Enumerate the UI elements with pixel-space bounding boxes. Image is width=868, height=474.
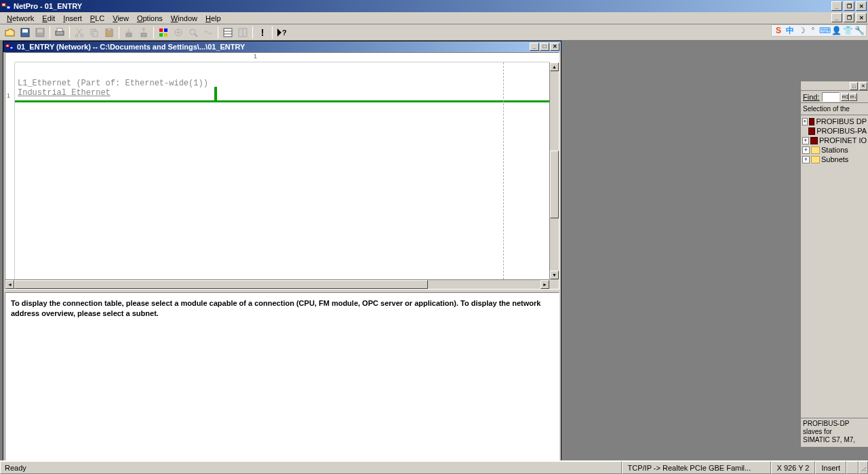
scroll-up-button[interactable]: ▲: [550, 62, 559, 71]
toolbar-separator: [272, 26, 273, 39]
wrench-icon[interactable]: 🔧: [854, 26, 864, 35]
tree-item-profibus-dp[interactable]: +PROFIBUS DP: [802, 117, 867, 126]
mdi-minimize-button[interactable]: _: [831, 13, 842, 22]
app-icon: [1, 1, 11, 11]
page-boundary: [503, 62, 504, 279]
tree-label: Stations: [821, 146, 848, 154]
expand-icon[interactable]: +: [802, 146, 810, 154]
tree-label: PROFIBUS DP: [816, 117, 867, 125]
expand-icon[interactable]: +: [802, 118, 808, 125]
expand-icon[interactable]: +: [802, 156, 810, 163]
tree-item-profinet-io[interactable]: +PROFINET IO: [802, 136, 867, 145]
half-moon-icon[interactable]: ☽: [797, 26, 806, 35]
menu-bar: Network Edit Insert PLC View Options Win…: [0, 12, 868, 24]
menu-view[interactable]: View: [108, 13, 133, 24]
child-close-button[interactable]: ✕: [550, 43, 559, 51]
keyboard-icon[interactable]: ⌨: [820, 26, 829, 35]
skin-icon[interactable]: 👕: [843, 26, 852, 35]
svg-rect-7: [56, 31, 64, 35]
svg-rect-1: [7, 6, 10, 9]
svg-rect-14: [108, 28, 111, 31]
child-maximize-button[interactable]: □: [540, 43, 549, 51]
scroll-thumb-v[interactable]: [550, 151, 559, 218]
scroll-left-button[interactable]: ◄: [5, 280, 14, 289]
scroll-thumb-h[interactable]: [14, 280, 428, 289]
tree-label: Subnets: [821, 155, 848, 163]
find-prev-button[interactable]: m‡: [841, 93, 849, 101]
toggle-catalog-button[interactable]: [220, 26, 235, 39]
ruler-mark: 1: [254, 53, 257, 60]
network-icon: [810, 137, 818, 144]
mdi-restore-button[interactable]: ❐: [844, 13, 854, 22]
ethernet-node-marker[interactable]: [214, 87, 217, 100]
child-titlebar[interactable]: 01_ENTRY (Network) -- C:\Documents and S…: [3, 41, 561, 52]
ime-zh-icon[interactable]: 中: [785, 26, 795, 35]
open-button[interactable]: [3, 26, 18, 39]
catalog-close-button[interactable]: ✕: [859, 82, 867, 90]
app-title: NetPro - 01_ENTRY: [14, 2, 830, 10]
tree-item-profibus-pa[interactable]: PROFIBUS-PA: [802, 126, 867, 136]
network-sublabel[interactable]: Industrial Ethernet: [18, 88, 111, 98]
svg-rect-12: [93, 31, 98, 37]
catalog-tree: +PROFIBUS DP PROFIBUS-PA +PROFINET IO +S…: [801, 115, 868, 165]
svg-rect-4: [22, 29, 28, 33]
minimize-button[interactable]: _: [831, 1, 842, 11]
punct-icon[interactable]: °: [808, 26, 818, 35]
maximize-button[interactable]: ❐: [844, 1, 854, 11]
vertical-scrollbar[interactable]: ▲ ▼: [549, 62, 559, 279]
svg-point-22: [190, 29, 195, 35]
check-button[interactable]: !: [255, 26, 270, 39]
svg-rect-16: [141, 33, 146, 37]
expand-icon[interactable]: +: [802, 137, 809, 144]
paste-button: [102, 26, 117, 39]
ime-s-icon[interactable]: S: [774, 26, 783, 35]
close-button[interactable]: ✕: [856, 1, 867, 11]
svg-rect-30: [6, 45, 9, 47]
status-ready: Ready: [0, 461, 622, 474]
scroll-corner: [549, 279, 559, 289]
network-label: L1_Ethernet (Part of: Ethernet-wide(1)): [18, 79, 208, 88]
svg-rect-18: [164, 28, 167, 32]
catalog-pin-button[interactable]: □: [850, 82, 858, 90]
tree-item-subnets[interactable]: +Subnets: [802, 155, 867, 164]
child-title: 01_ENTRY (Network) -- C:\Documents and S…: [17, 43, 529, 51]
menu-window[interactable]: Window: [167, 13, 201, 24]
diagram-canvas[interactable]: L1_Ethernet (Part of: Ethernet-wide(1)) …: [15, 62, 549, 279]
context-help-button[interactable]: ?: [275, 26, 290, 39]
copy-button: [87, 26, 102, 39]
svg-rect-20: [164, 33, 167, 37]
network-icon: [808, 127, 815, 135]
menu-help[interactable]: Help: [201, 13, 225, 24]
find-row: Find: m‡ m↓: [801, 91, 868, 103]
menu-network[interactable]: Network: [3, 13, 38, 24]
toolbar-separator: [252, 26, 253, 39]
workspace: 01_ENTRY (Network) -- C:\Documents and S…: [0, 41, 868, 460]
scroll-down-button[interactable]: ▼: [550, 271, 559, 279]
ethernet-bus-line[interactable]: [15, 100, 549, 102]
diagram-area: 1 1 L1_Ethernet (Part of: Ethernet-wide(…: [5, 52, 559, 290]
info-text: To display the connection table, please …: [11, 299, 540, 317]
print-button[interactable]: [52, 26, 67, 39]
save-button[interactable]: [18, 26, 33, 39]
cross-proj-button[interactable]: [156, 26, 171, 39]
svg-rect-15: [126, 33, 132, 37]
menu-insert[interactable]: Insert: [59, 13, 86, 24]
child-window-icon: [5, 42, 14, 52]
find-input[interactable]: [822, 92, 840, 102]
svg-rect-24: [224, 28, 232, 37]
resize-grip[interactable]: [859, 461, 868, 474]
person-icon[interactable]: 👤: [831, 26, 841, 35]
child-minimize-button[interactable]: _: [530, 43, 539, 51]
svg-rect-17: [159, 28, 163, 32]
menu-edit[interactable]: Edit: [38, 13, 59, 24]
status-coords: X 926 Y 2: [771, 461, 816, 474]
mdi-close-button[interactable]: ✕: [856, 13, 867, 22]
network-window: 01_ENTRY (Network) -- C:\Documents and S…: [3, 41, 561, 471]
tree-item-stations[interactable]: +Stations: [802, 145, 867, 155]
menu-options[interactable]: Options: [133, 13, 167, 24]
tree-label: PROFIBUS-PA: [816, 127, 867, 135]
scroll-right-button[interactable]: ►: [540, 280, 549, 289]
find-next-button[interactable]: m↓: [849, 93, 857, 101]
horizontal-scrollbar[interactable]: ◄ ►: [5, 279, 549, 289]
menu-plc[interactable]: PLC: [86, 13, 108, 24]
